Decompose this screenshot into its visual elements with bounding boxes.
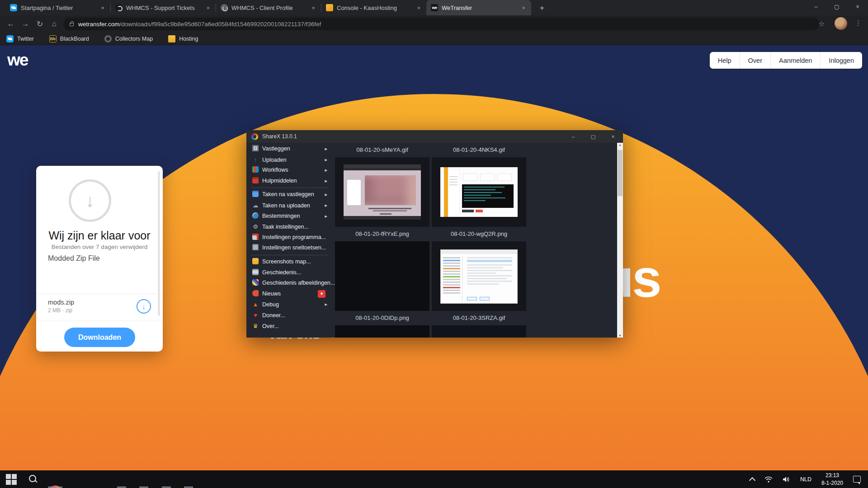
card-subtitle: Bestanden over 7 dagen verwijderd (36, 244, 163, 250)
address-bar[interactable]: wetransfer.com /downloads/f99a5c9b8e95d6… (63, 18, 819, 30)
search-icon[interactable] (27, 474, 39, 485)
file-label[interactable]: 08-01-20-sMeYA.gif (335, 146, 429, 153)
nav-inloggen-button[interactable]: Inloggen (820, 52, 862, 69)
scroll-down-icon[interactable]: ▼ (617, 334, 623, 337)
tab-whmcs-support[interactable]: WHMCS - Support Tickets × (111, 0, 216, 15)
window-controls: – ▢ × (806, 0, 868, 14)
wifi-icon[interactable] (764, 476, 773, 483)
thumbnail-wgq2r[interactable] (432, 241, 526, 311)
bookmark-star-icon[interactable]: ☆ (819, 20, 825, 28)
toolbox-icon (252, 177, 259, 183)
thumbnail-smeya[interactable] (335, 157, 429, 227)
scrollbar-thumb[interactable] (618, 150, 623, 196)
menu-vastleggen[interactable]: Vastleggen (246, 144, 333, 155)
sharex-file-grid: 08-01-20-sMeYA.gif 08-01-20-4NKS4.gif (333, 144, 617, 338)
clock[interactable]: 23:13 8-1-2020 (821, 472, 843, 486)
menu-geschiedenis[interactable]: Geschiedenis... (246, 267, 333, 278)
language-indicator[interactable]: NLD (800, 476, 811, 483)
history-list-icon (252, 269, 259, 275)
destinations-globe-icon (252, 212, 259, 219)
cone-icon: ▲ (252, 299, 259, 310)
active-app-indicator (162, 487, 171, 488)
menu-taken-na-uploaden[interactable]: ☁Taken na uploaden (246, 200, 333, 211)
minimize-button[interactable]: – (806, 0, 826, 14)
menu-hulpmiddelen[interactable]: Hulpmiddelen (246, 176, 333, 187)
minimize-button[interactable]: – (563, 130, 583, 143)
menu-workflows[interactable]: Workflows (246, 165, 333, 176)
file-download-icon[interactable]: ↓ (137, 299, 151, 314)
wetransfer-favicon: we (431, 4, 438, 11)
thumbnail-0didp[interactable] (335, 325, 429, 338)
menu-over[interactable]: ♛Over... (246, 321, 333, 332)
bookmark-blackboard[interactable]: Bb BlackBoard (49, 35, 89, 42)
bookmark-twitter[interactable]: Twitter (6, 35, 34, 42)
workflow-grid-icon (252, 166, 259, 173)
scroll-up-icon[interactable]: ▲ (617, 143, 623, 146)
nav-help-button[interactable]: Help (710, 52, 740, 69)
bookmark-hosting[interactable]: Hosting (168, 35, 198, 42)
menu-instellingen-programma[interactable]: Instellingen programma... (246, 232, 333, 243)
thumbnail-3srza[interactable] (432, 325, 526, 338)
close-button[interactable]: × (847, 0, 868, 14)
sharex-menu: Vastleggen ↑Uploaden Workflows Hulpmidde… (246, 144, 333, 331)
new-tab-button[interactable]: + (536, 2, 548, 14)
tab-close-icon[interactable]: × (415, 5, 422, 11)
file-label[interactable]: 08-01-20-0DIDp.png (335, 314, 429, 321)
close-button[interactable]: × (603, 130, 623, 143)
tab-wetransfer[interactable]: we WeTransfer × (426, 0, 531, 15)
browser-menu-icon[interactable]: ⋮ (855, 19, 862, 27)
notification-center-icon[interactable] (853, 476, 861, 483)
tab-console-kaashosting[interactable]: Console - KaasHosting × (321, 0, 426, 15)
menu-taak-instellingen[interactable]: ⚙Taak instellingen... (246, 221, 333, 232)
nav-aanmelden-button[interactable]: Aanmelden (770, 52, 820, 69)
bookmarks-bar: Twitter Bb BlackBoard Collectors Map Hos… (0, 33, 868, 45)
menu-screenshots-map[interactable]: Screenshots map... (246, 257, 333, 267)
menu-debug[interactable]: ▲Debug (246, 299, 333, 310)
tab-close-icon[interactable]: × (205, 5, 211, 11)
menu-nieuws[interactable]: Nieuws + (246, 289, 333, 300)
download-button[interactable]: Downloaden (64, 328, 135, 347)
thumbnail-frxye[interactable] (335, 241, 429, 311)
tab-close-icon[interactable]: × (310, 5, 316, 11)
speaker-icon[interactable] (783, 476, 790, 483)
sharex-titlebar[interactable]: ShareX 13.0.1 – ▢ × (246, 130, 623, 143)
wetransfer-logo[interactable]: we (7, 51, 28, 70)
forward-button[interactable]: → (18, 19, 33, 28)
nav-over-button[interactable]: Over (740, 52, 770, 69)
download-card: ↓ Wij zijn er klaar voor Bestanden over … (36, 166, 163, 352)
menu-bestemmingen[interactable]: Bestemmingen (246, 211, 333, 222)
active-app-indicator (48, 487, 62, 488)
file-label[interactable]: 08-01-20-fRYxE.png (335, 230, 429, 237)
menu-instellingen-sneltoetsen[interactable]: Instellingen sneltoetsen... (246, 243, 333, 253)
tab-whmcs-client[interactable]: WHMCS - Client Profile × (216, 0, 321, 15)
menu-doneer[interactable]: ♥Doneer... (246, 310, 333, 321)
back-button[interactable]: ← (4, 19, 18, 28)
thumbnail-4nks4[interactable] (432, 157, 526, 227)
sharex-window-controls: – ▢ × (563, 130, 623, 143)
reload-button[interactable]: ↻ (33, 19, 47, 29)
sharex-scrollbar[interactable]: ▲ ▼ (617, 143, 623, 338)
folder-icon (252, 258, 259, 264)
menu-uploaden[interactable]: ↑Uploaden (246, 155, 333, 165)
maximize-button[interactable]: ▢ (583, 130, 603, 143)
tab-close-icon[interactable]: × (99, 5, 106, 11)
kaashosting-favicon (326, 4, 333, 11)
taskbar: NLD 23:13 8-1-2020 (0, 470, 868, 488)
keyboard-icon (252, 244, 259, 250)
bookmark-collectors-map[interactable]: Collectors Map (104, 35, 153, 42)
menu-taken-na-vastleggen[interactable]: Taken na vastleggen (246, 189, 333, 200)
profile-avatar[interactable] (835, 17, 847, 30)
menu-geschiedenis-afbeeldingen[interactable]: Geschiedenis afbeeldingen... (246, 278, 333, 289)
url-domain: wetransfer.com (78, 21, 120, 28)
home-button[interactable]: ⌂ (47, 19, 61, 28)
start-button[interactable] (5, 474, 17, 485)
file-label[interactable]: 08-01-20-wgQ2R.png (432, 230, 526, 237)
news-badge: + (318, 290, 326, 298)
tab-startpagina-twitter[interactable]: Startpagina / Twitter × (5, 0, 110, 15)
maximize-button[interactable]: ▢ (826, 0, 847, 14)
file-label[interactable]: 08-01-20-4NKS4.gif (432, 146, 526, 153)
tray-expand-icon[interactable] (749, 477, 755, 483)
date: 8-1-2020 (821, 480, 843, 486)
file-label[interactable]: 08-01-20-3SRZA.gif (432, 314, 526, 321)
tab-close-icon[interactable]: × (520, 5, 527, 11)
